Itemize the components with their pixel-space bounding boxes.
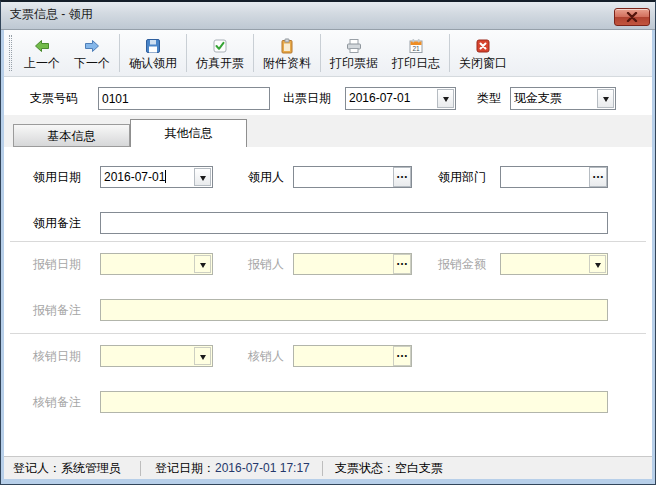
- collect-dept-label: 领用部门: [438, 166, 486, 188]
- save-icon: [145, 38, 161, 54]
- text-cursor: [165, 170, 166, 183]
- close-window-button[interactable]: 关闭窗口: [452, 32, 514, 74]
- type-combo[interactable]: 现金支票: [510, 87, 616, 110]
- toolbar-separator: [449, 34, 450, 72]
- collect-person-label: 领用人: [248, 166, 284, 188]
- reimburse-remark-label: 报销备注: [33, 299, 81, 321]
- check-number-input[interactable]: [98, 87, 270, 110]
- tab-other-info[interactable]: 其他信息: [130, 119, 247, 147]
- reimburse-date-combo: [100, 253, 213, 275]
- previous-button[interactable]: 上一个: [17, 32, 67, 74]
- tab-basic-info[interactable]: 基本信息: [13, 124, 130, 147]
- window-close-button[interactable]: [614, 8, 650, 26]
- chevron-down-icon[interactable]: [194, 168, 211, 186]
- close-icon: [475, 38, 491, 54]
- chevron-down-icon[interactable]: [597, 89, 614, 108]
- arrow-left-icon: [34, 38, 50, 54]
- reimburse-amount-combo: [500, 253, 608, 275]
- collect-dept-field: …: [500, 166, 608, 188]
- type-label: 类型: [477, 87, 501, 110]
- issue-date-combo[interactable]: 2016-07-01: [345, 87, 456, 110]
- collect-person-field: …: [293, 166, 412, 188]
- statusbar-separator: [140, 461, 141, 476]
- toolbar-separator: [186, 34, 187, 72]
- chevron-down-icon: [194, 347, 211, 365]
- simulate-invoice-button[interactable]: 仿真开票: [189, 32, 251, 74]
- toolbar-separator: [253, 34, 254, 72]
- toolbar-separator: [320, 34, 321, 72]
- reimburse-person-input: [294, 254, 393, 274]
- header-form: 支票号码 出票日期 2016-07-01 类型 现金支票: [4, 77, 652, 115]
- confirm-collect-button[interactable]: 确认领用: [122, 32, 184, 74]
- titlebar[interactable]: 支票信息 - 领用: [0, 0, 656, 30]
- print-log-button[interactable]: 21 打印日志: [385, 32, 447, 74]
- reimburse-person-lookup-button: …: [393, 254, 411, 274]
- tabstrip: 基本信息 其他信息: [4, 115, 652, 147]
- section-divider: [10, 241, 646, 242]
- issue-date-label: 出票日期: [283, 87, 331, 110]
- writeoff-date-combo: [100, 345, 213, 367]
- check-number-label: 支票号码: [30, 87, 78, 110]
- writeoff-remark-input: [100, 391, 608, 413]
- printer-icon: [346, 38, 362, 54]
- toolbar: 上一个 下一个 确认领用 仿真开票: [4, 30, 652, 77]
- register-date-status: 登记日期：2016-07-01 17:17: [155, 457, 310, 479]
- collect-dept-input[interactable]: [501, 167, 589, 187]
- collect-person-lookup-button[interactable]: …: [393, 167, 411, 187]
- chevron-down-icon[interactable]: [437, 89, 454, 108]
- svg-text:21: 21: [412, 44, 420, 51]
- writeoff-person-field: …: [293, 345, 412, 367]
- print-receipt-button[interactable]: 打印票据: [323, 32, 385, 74]
- collect-date-combo[interactable]: 2016-07-01: [100, 166, 213, 188]
- chevron-down-icon: [589, 255, 606, 273]
- calendar-icon: 21: [408, 38, 424, 54]
- chevron-down-icon: [194, 255, 211, 273]
- reimburse-remark-input: [100, 299, 608, 321]
- reimburse-person-label: 报销人: [248, 253, 284, 275]
- reimburse-date-label: 报销日期: [33, 253, 81, 275]
- collect-dept-lookup-button[interactable]: …: [589, 167, 607, 187]
- toolbar-separator: [119, 34, 120, 72]
- next-button[interactable]: 下一个: [67, 32, 117, 74]
- writeoff-remark-label: 核销备注: [33, 391, 81, 413]
- registrant-status: 登记人：系统管理员: [13, 457, 121, 479]
- statusbar: 登记人：系统管理员 登记日期：2016-07-01 17:17 支票状态：空白支…: [4, 456, 652, 479]
- close-icon: [626, 12, 638, 22]
- collect-remark-input[interactable]: [100, 212, 608, 234]
- section-divider: [10, 333, 646, 334]
- writeoff-person-input: [294, 346, 393, 366]
- toolbar-grip[interactable]: [9, 35, 12, 71]
- clipboard-icon: [279, 38, 295, 54]
- statusbar-separator: [322, 461, 323, 476]
- collect-person-input[interactable]: [294, 167, 393, 187]
- window-title: 支票信息 - 领用: [10, 0, 93, 29]
- reimburse-person-field: …: [293, 253, 412, 275]
- check-state-status: 支票状态：空白支票: [335, 457, 443, 479]
- app-window: 支票信息 - 领用 上一个 下一个: [0, 0, 656, 485]
- collect-date-label: 领用日期: [33, 166, 81, 188]
- writeoff-date-label: 核销日期: [33, 345, 81, 367]
- reimburse-amount-label: 报销金额: [438, 253, 486, 275]
- check-icon: [212, 38, 228, 54]
- attachments-button[interactable]: 附件资料: [256, 32, 318, 74]
- writeoff-person-lookup-button: …: [393, 346, 411, 366]
- writeoff-person-label: 核销人: [248, 345, 284, 367]
- collect-remark-label: 领用备注: [33, 212, 81, 234]
- other-info-panel: 领用日期 2016-07-01 领用人 … 领用部门 … 领用备注 报销日期: [4, 147, 652, 456]
- arrow-right-icon: [84, 38, 100, 54]
